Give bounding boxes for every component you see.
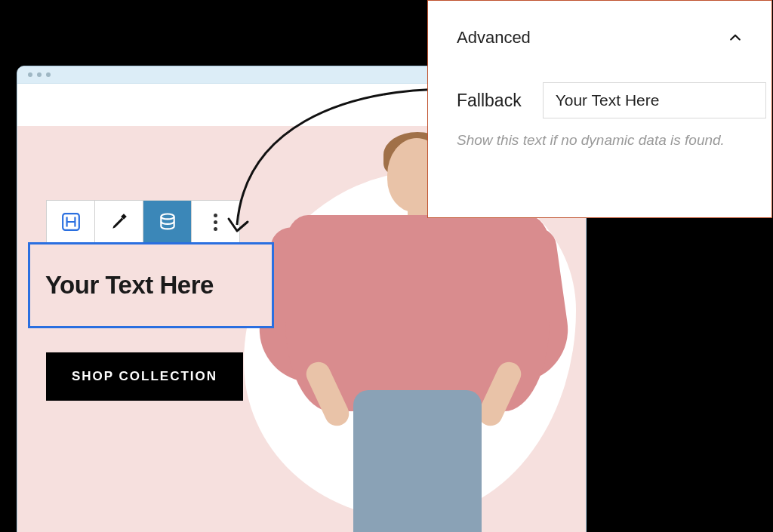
fallback-label: Fallback	[457, 91, 522, 111]
heading-block-icon	[61, 212, 81, 232]
fallback-input[interactable]	[543, 82, 766, 118]
chevron-up-icon	[728, 30, 743, 45]
database-icon	[158, 212, 177, 232]
svg-point-2	[161, 214, 174, 219]
advanced-section-title: Advanced	[457, 28, 531, 48]
style-button[interactable]	[95, 201, 143, 243]
heading-block-selected[interactable]: Your Text Here	[28, 242, 274, 328]
shop-collection-button[interactable]: SHOP COLLECTION	[46, 352, 243, 401]
advanced-section-toggle[interactable]: Advanced	[457, 28, 743, 48]
more-options-button[interactable]	[192, 201, 239, 243]
paint-icon	[109, 212, 129, 232]
block-toolbar	[46, 200, 240, 244]
window-dot	[46, 72, 51, 77]
window-dot	[37, 72, 42, 77]
heading-block-button[interactable]	[47, 201, 95, 243]
window-dot	[28, 72, 32, 77]
more-icon	[214, 214, 217, 231]
dynamic-data-button[interactable]	[143, 201, 192, 243]
heading-text: Your Text Here	[45, 271, 214, 300]
advanced-settings-panel: Advanced Fallback Show this text if no d…	[427, 0, 772, 218]
fallback-help-text: Show this text if no dynamic data is fou…	[457, 132, 743, 149]
shop-button-label: SHOP COLLECTION	[72, 369, 217, 383]
